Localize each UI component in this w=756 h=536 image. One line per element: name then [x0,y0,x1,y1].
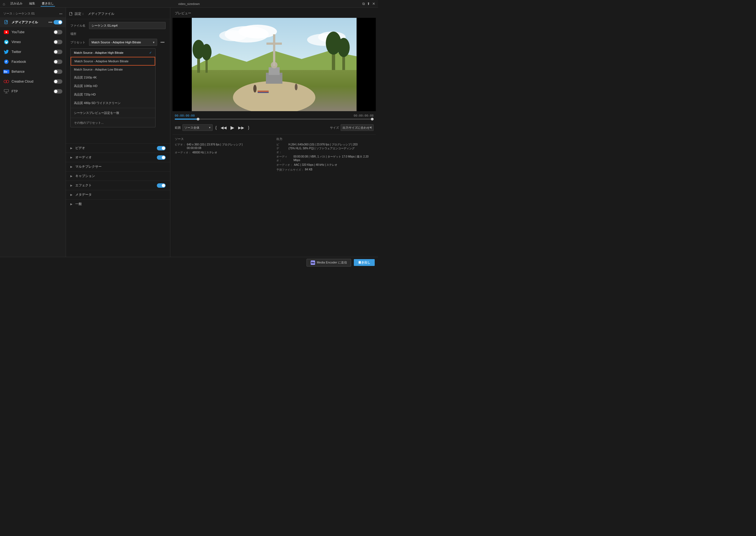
output-audio-value1: 00:00:00:08 | VBR, 1 パス | ターゲット 17.0 Mbp… [293,155,374,162]
dropdown-item-low[interactable]: Match Source - Adaptive Low Bitrate [71,66,155,73]
audio-toggle[interactable] [157,155,166,160]
creativecloud-toggle[interactable] [54,79,62,84]
scrubber-end-thumb[interactable] [371,118,374,120]
restore-icon[interactable]: ⧉ [362,2,365,6]
sidebar-item-youtube[interactable]: YouTube [0,27,66,37]
mediafile-dots[interactable]: ••• [47,19,54,25]
mark-out-btn[interactable]: } [247,125,251,130]
accordion-section: ▶ ビデオ ▶ オーディオ ▶ マルチプレクサー ▶ キャプション ▶ エフェク… [66,143,170,209]
send-to-encoder-btn[interactable]: Me Media Encoder に送信 [306,259,351,266]
main-layout: ソース：シーケンス 01 ••• メディアファイル ••• YouTube V [0,8,378,268]
sidebar-item-ftp[interactable]: FTP [0,86,66,96]
source-audio-key: オーディオ： [175,151,191,154]
preset-row: プリセット Match Source - Adaptive High Bitra… [70,39,166,46]
scrubber-container[interactable] [172,118,376,121]
dropdown-item-4k[interactable]: 高品質 2160p 4K [71,73,155,82]
source-info-title: ソース [175,137,272,141]
menu-import[interactable]: 読み込み [9,1,24,7]
preview-panel: プレビュー [170,8,378,268]
caption-chevron-icon: ▶ [70,175,73,178]
dropdown-item-720[interactable]: 高品質 720p HD [71,90,155,99]
match-sequence-label: シーケンスプレビュー設定を一致 [74,111,119,115]
settings-title: 設定： メディアファイル [75,12,114,16]
size-select[interactable]: 出力サイズに合わせて... [341,124,374,131]
mediafile-toggle[interactable] [54,20,62,24]
dropdown-item-medium[interactable]: Match Source - Adaptive Medium Bitrate [71,57,155,66]
controls-bar: 範囲 ソース全体 ▼ { ◀◀ ▶ ▶▶ } サイズ 出力サイズに合わせて...… [172,123,376,132]
youtube-toggle[interactable] [54,30,62,34]
sidebar-item-vimeo[interactable]: Vimeo [0,37,66,47]
preset-select[interactable]: Match Source - Adaptive High Bitrate [89,39,157,46]
accordion-general[interactable]: ▶ 一般 [66,199,170,209]
share-icon[interactable]: ⬆ [367,2,370,6]
video-label: ビデオ [75,146,155,151]
dropdown-item-other[interactable]: その他のプリセット... [71,118,155,127]
accordion-video[interactable]: ▶ ビデオ [66,143,170,152]
svg-rect-33 [269,67,280,75]
behance-icon: Be [3,69,9,75]
menu-export[interactable]: 書き出し [41,1,55,7]
home-icon[interactable]: ⌂ [3,2,5,6]
mark-in-btn[interactable]: { [214,125,218,130]
dropdown-item-high[interactable]: Match Source - Adaptive High Bitrate ✓ [71,49,155,57]
video-toggle[interactable] [157,146,166,151]
scrubber-fill [175,118,198,120]
accordion-metadata[interactable]: ▶ メタデータ [66,190,170,199]
effect-label: エフェクト [75,183,155,188]
settings-icon[interactable]: ✕ [372,2,375,6]
svg-point-27 [202,44,211,60]
timecode-total: 00:00:00:08 [353,114,374,117]
accordion-effect[interactable]: ▶ エフェクト [66,181,170,190]
vimeo-icon [3,39,9,45]
filename-input[interactable] [89,22,166,29]
dropdown-item-match-sequence[interactable]: シーケンスプレビュー設定を一致 [71,109,155,117]
preview-image [172,18,376,111]
svg-text:Be: Be [4,70,7,73]
preset-options-btn[interactable]: ••• [159,40,166,45]
dropdown-item-480-label: 高品質 480p SD ワイドスクリーン [74,101,121,105]
play-btn[interactable]: ▶ [230,124,235,131]
general-chevron-icon: ▶ [70,203,73,206]
sidebar-item-facebook[interactable]: Facebook [0,57,66,67]
vimeo-toggle[interactable] [54,40,62,44]
facebook-toggle[interactable] [54,59,62,64]
twitter-toggle[interactable] [54,50,62,54]
output-info-title: 出力 [276,137,374,141]
scrubber-track[interactable] [175,118,374,120]
sidebar-item-behance[interactable]: Be Behance [0,67,66,77]
sidebar-item-label-facebook: Facebook [12,60,54,64]
sidebar-item-mediafile[interactable]: メディアファイル ••• [0,17,66,27]
behance-toggle[interactable] [54,69,62,74]
top-bar-right: ⧉ ⬆ ✕ [362,2,375,6]
dropdown-item-1080-label: 高品質 1080p HD [74,84,97,88]
bottom-bar: Me Media Encoder に送信 書き出し [0,257,378,268]
dropdown-item-4k-label: 高品質 2160p 4K [74,76,97,80]
accordion-audio[interactable]: ▶ オーディオ [66,152,170,162]
encoder-btn-label: Media Encoder に送信 [317,260,347,265]
sidebar-item-creativecloud[interactable]: Creative Cloud [0,77,66,86]
output-video-row: ビデオ： H.264 | 640x360 (10) | 23.976 fps |… [276,143,374,154]
export-btn[interactable]: 書き出し [354,259,375,266]
sidebar-item-twitter[interactable]: Twitter [0,47,66,57]
output-audio-value2: AAC | 320 Kbps | 48 kHz | ステレオ [294,163,337,167]
output-audio-key: オーディオ： [276,155,292,162]
step-forward-btn[interactable]: ▶▶ [237,125,245,130]
source-info: ソース ビデオ： 640 x 360 (10) | 23.976 fps | プ… [175,137,272,172]
dropdown-item-480[interactable]: 高品質 480p SD ワイドスクリーン [71,99,155,107]
accordion-multiplexer[interactable]: ▶ マルチプレクサー [66,162,170,171]
menu-edit[interactable]: 編集 [28,1,36,7]
effect-toggle[interactable] [157,183,166,188]
top-menu: 読み込み 編集 書き出し [9,1,55,7]
sidebar-item-label-youtube: YouTube [12,30,54,34]
ftp-toggle[interactable] [54,89,62,94]
svg-rect-40 [258,92,269,93]
dropdown-item-1080[interactable]: 高品質 1080p HD [71,82,155,90]
preset-select-container: Match Source - Adaptive High Bitrate ▼ [89,39,157,46]
range-select[interactable]: ソース全体 [182,124,213,131]
source-menu-dots[interactable]: ••• [59,12,62,16]
accordion-caption[interactable]: ▶ キャプション [66,171,170,181]
center-panel: 設定： メディアファイル ファイル名 場所 プリセット Match Source… [66,8,170,268]
svg-point-38 [295,84,298,90]
step-back-btn[interactable]: ◀◀ [220,125,228,130]
scrubber-thumb[interactable] [197,118,199,120]
